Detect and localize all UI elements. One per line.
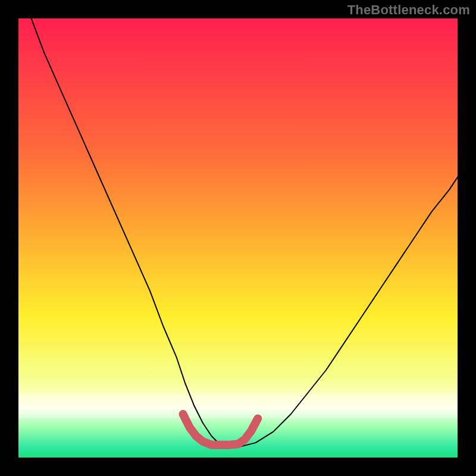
pale-band	[18, 394, 458, 419]
plot-background	[18, 18, 458, 458]
watermark-text: TheBottleneck.com	[347, 2, 470, 18]
bottleneck-chart	[0, 0, 476, 476]
chart-frame: TheBottleneck.com	[0, 0, 476, 476]
